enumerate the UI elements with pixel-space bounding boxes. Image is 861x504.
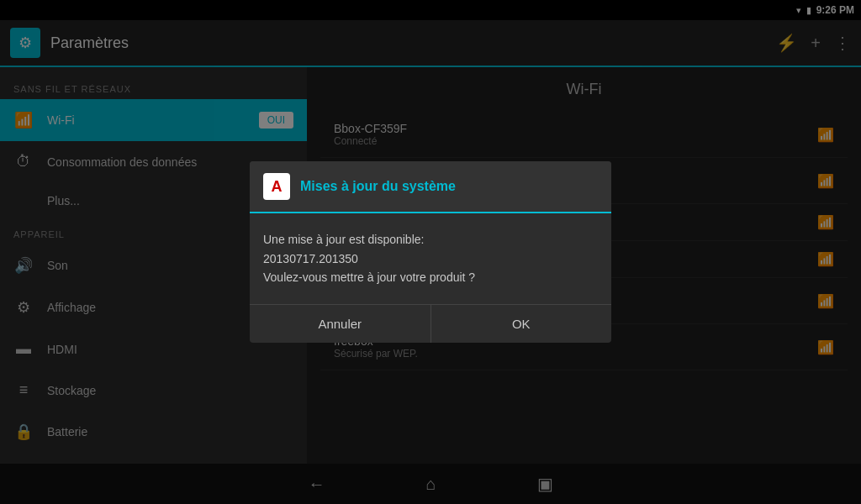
dialog-overlay: A Mises à jour du système Une mise à jou… [0, 0, 861, 504]
dialog-body: Une mise à jour est disponible: 20130717… [250, 213, 611, 303]
dialog-body-line3: Voulez-vous mettre à jour votre produit … [263, 270, 475, 284]
dialog: A Mises à jour du système Une mise à jou… [250, 161, 611, 342]
dialog-body-line2: 20130717.201350 [263, 252, 358, 265]
dialog-body-line1: Une mise à jour est disponible: [263, 233, 424, 246]
ok-button[interactable]: OK [430, 305, 612, 343]
cancel-button[interactable]: Annuler [250, 305, 430, 343]
dialog-footer: Annuler OK [250, 304, 611, 343]
dialog-title: Mises à jour du système [300, 179, 456, 194]
dialog-logo: A [263, 173, 290, 200]
dialog-header: A Mises à jour du système [250, 161, 611, 213]
